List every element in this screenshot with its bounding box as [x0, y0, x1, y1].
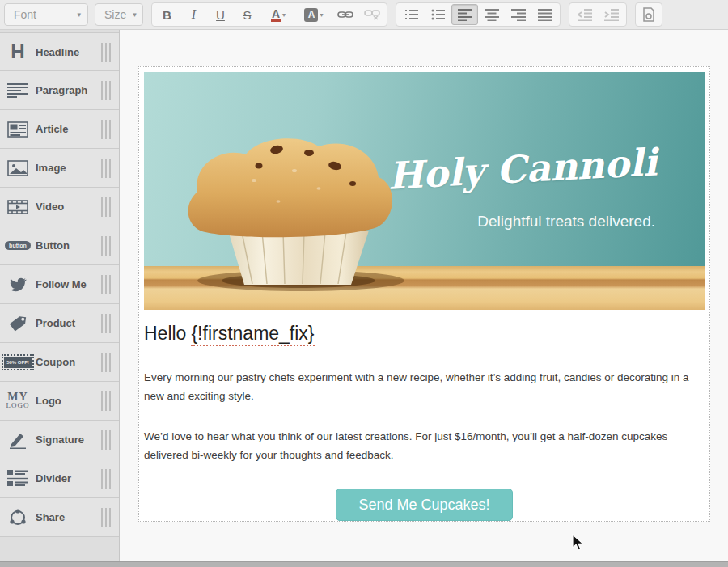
- bold-icon: B: [163, 8, 171, 22]
- sidebar-item-label: Headline: [36, 46, 79, 58]
- bold-button[interactable]: B: [154, 4, 180, 25]
- sidebar-item-follow-me[interactable]: Follow Me: [0, 265, 119, 304]
- font-size-dropdown[interactable]: Size ▾: [95, 3, 143, 26]
- align-center-button[interactable]: [478, 4, 505, 25]
- sidebar-item-coupon[interactable]: 50% OFF! Coupon: [0, 343, 119, 382]
- cta-button-row: Send Me Cupcakes!: [144, 489, 705, 521]
- email-content-region[interactable]: Holy Cannoli Delightful treats delivered…: [138, 66, 710, 522]
- video-icon: [0, 200, 36, 214]
- price-tag-icon: [0, 314, 36, 333]
- hero-banner-image[interactable]: Holy Cannoli Delightful treats delivered…: [144, 72, 705, 310]
- greeting-text: Hello: [144, 323, 186, 344]
- view-source-button[interactable]: [635, 2, 662, 27]
- align-left-button[interactable]: [451, 4, 478, 25]
- muffin-graphic: [181, 132, 412, 294]
- insert-link-button[interactable]: [332, 4, 358, 25]
- drag-handle-icon[interactable]: [101, 508, 111, 527]
- twitter-bird-icon: [0, 277, 36, 293]
- image-icon: [0, 160, 36, 176]
- drag-handle-icon[interactable]: [101, 236, 111, 256]
- underline-button[interactable]: U: [207, 4, 234, 25]
- sidebar-item-label: Divider: [36, 472, 71, 484]
- drag-handle-icon[interactable]: [101, 469, 111, 489]
- sidebar-item-label: Product: [36, 317, 75, 329]
- sidebar-item-share[interactable]: Share: [0, 498, 119, 537]
- text-style-group: B I U S A ▾ A ▾: [151, 2, 387, 27]
- sidebar-item-paragraph[interactable]: Paragraph: [0, 71, 119, 110]
- window-bottom-edge: [0, 561, 728, 567]
- strikethrough-button[interactable]: S: [234, 4, 260, 25]
- sidebar-item-label: Signature: [36, 434, 84, 446]
- article-icon: [0, 121, 36, 138]
- drag-handle-icon[interactable]: [101, 120, 111, 139]
- outdent-button[interactable]: [571, 4, 598, 25]
- sidebar-item-product[interactable]: Product: [0, 304, 119, 343]
- chevron-down-icon: ▾: [133, 11, 137, 19]
- indent-button[interactable]: [598, 4, 624, 25]
- bullet-list-button[interactable]: [425, 4, 451, 25]
- justify-button[interactable]: [531, 4, 558, 25]
- sidebar-item-label: Paragraph: [36, 84, 87, 96]
- drag-handle-icon[interactable]: [101, 353, 111, 372]
- hero-brand-title: Holy Cannoli: [386, 140, 659, 198]
- sidebar-item-signature[interactable]: Signature: [0, 421, 119, 459]
- sidebar-item-label: Logo: [36, 395, 61, 407]
- merge-tag-field[interactable]: {!firstname_fix}: [191, 323, 314, 346]
- chevron-down-icon: ▾: [77, 11, 81, 19]
- text-color-icon: A: [271, 8, 281, 22]
- source-document-icon: [642, 7, 655, 22]
- share-network-icon: [0, 508, 36, 527]
- remove-link-button[interactable]: [358, 4, 385, 25]
- background-color-icon: A: [304, 8, 318, 22]
- formatting-toolbar: Font ▾ Size ▾ B I U S A ▾ A ▾: [0, 0, 728, 30]
- ordered-list-icon: [404, 8, 419, 21]
- body-paragraph-1[interactable]: Every morning our pastry chefs experimen…: [144, 368, 705, 405]
- sidebar-item-video[interactable]: Video: [0, 188, 119, 226]
- editor-canvas[interactable]: Holy Cannoli Delightful treats delivered…: [120, 30, 728, 561]
- drag-handle-icon[interactable]: [101, 197, 111, 217]
- sidebar-item-button[interactable]: button Button: [0, 226, 119, 265]
- sidebar-item-headline[interactable]: H Headline: [0, 32, 119, 71]
- drag-handle-icon[interactable]: [101, 275, 111, 294]
- greeting-heading[interactable]: Hello{!firstname_fix}: [144, 323, 705, 345]
- outdent-icon: [578, 8, 592, 21]
- italic-button[interactable]: I: [180, 4, 207, 25]
- unlink-icon: [364, 9, 380, 20]
- divider-icon: [0, 470, 36, 488]
- drag-handle-icon[interactable]: [101, 314, 111, 333]
- italic-icon: I: [192, 7, 196, 22]
- background-color-button[interactable]: A ▾: [296, 4, 332, 25]
- drag-handle-icon[interactable]: [101, 159, 111, 178]
- send-me-cupcakes-button[interactable]: Send Me Cupcakes!: [336, 489, 513, 521]
- sidebar-item-divider[interactable]: Divider: [0, 459, 119, 498]
- align-left-icon: [458, 8, 472, 21]
- strikethrough-icon: S: [243, 8, 251, 22]
- bullet-list-icon: [431, 8, 446, 21]
- text-color-button[interactable]: A ▾: [260, 4, 296, 25]
- sidebar-item-article[interactable]: Article: [0, 110, 119, 149]
- chevron-down-icon: ▾: [282, 11, 286, 19]
- align-right-button[interactable]: [505, 4, 531, 25]
- size-dropdown-label: Size: [104, 8, 126, 21]
- link-icon: [337, 10, 353, 19]
- headline-icon: H: [0, 40, 36, 63]
- drag-handle-icon[interactable]: [101, 391, 111, 411]
- sidebar-item-label: Follow Me: [36, 278, 87, 290]
- font-family-dropdown[interactable]: Font ▾: [4, 3, 88, 26]
- coupon-icon: 50% OFF!: [0, 357, 36, 368]
- indent-icon: [604, 8, 619, 21]
- align-center-icon: [485, 8, 499, 21]
- underline-icon: U: [216, 8, 225, 22]
- ordered-list-button[interactable]: [398, 4, 425, 25]
- list-align-group: [396, 2, 561, 27]
- sidebar-item-logo[interactable]: MY LOGO Logo: [0, 382, 119, 421]
- my-logo-icon: MY LOGO: [0, 393, 36, 409]
- sidebar-item-image[interactable]: Image: [0, 149, 119, 188]
- email-editor-app: Font ▾ Size ▾ B I U S A ▾ A ▾: [0, 0, 728, 567]
- drag-handle-icon[interactable]: [101, 43, 111, 62]
- body-paragraph-2[interactable]: We’d love to hear what you think of our …: [144, 427, 705, 464]
- drag-handle-icon[interactable]: [101, 81, 111, 100]
- signature-pen-icon: [0, 431, 36, 449]
- drag-handle-icon[interactable]: [101, 430, 111, 450]
- button-block-icon: button: [0, 241, 36, 250]
